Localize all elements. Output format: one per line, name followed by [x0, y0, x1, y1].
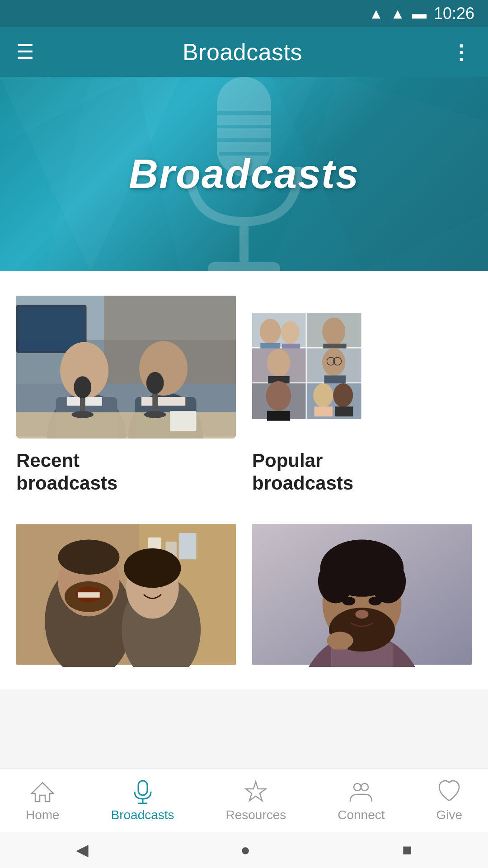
nav-label-give: Give	[436, 808, 462, 822]
svg-rect-58	[335, 406, 353, 416]
more-options-icon[interactable]: ⋮	[451, 41, 472, 64]
svg-rect-72	[78, 592, 100, 598]
main-content: Recent broadcasts	[0, 271, 488, 689]
card4-svg	[252, 522, 472, 667]
svg-point-28	[74, 376, 91, 398]
nav-label-resources: Resources	[226, 808, 286, 822]
home-icon	[30, 779, 55, 804]
svg-point-24	[139, 341, 188, 396]
svg-point-85	[342, 597, 355, 605]
svg-point-86	[369, 597, 382, 605]
popular-broadcasts-card[interactable]: Popular broadcasts	[252, 294, 472, 495]
card-3[interactable]	[16, 522, 236, 667]
svg-rect-89	[331, 636, 349, 649]
svg-point-43	[267, 349, 290, 377]
svg-point-37	[281, 321, 300, 344]
hero-title: Broadcasts	[129, 151, 359, 198]
svg-point-52	[266, 381, 291, 411]
popular-broadcasts-image	[252, 294, 472, 439]
svg-point-31	[146, 372, 164, 394]
svg-point-57	[333, 383, 353, 407]
svg-rect-7	[208, 262, 280, 271]
recent-broadcasts-image	[16, 294, 236, 439]
svg-point-82	[318, 559, 353, 603]
nav-item-connect[interactable]: Connect	[328, 772, 394, 830]
svg-point-75	[124, 548, 181, 588]
nav-label-broadcasts: Broadcasts	[111, 808, 174, 822]
card-4[interactable]	[252, 522, 472, 667]
svg-rect-53	[267, 411, 290, 421]
nav-item-home[interactable]: Home	[17, 772, 69, 830]
hero-banner: Broadcasts	[0, 77, 488, 271]
cards-grid-top: Recent broadcasts	[16, 294, 472, 495]
status-bar: ▲ ▲ ▬ 10:26	[0, 0, 488, 27]
recent-image-svg	[16, 294, 236, 439]
svg-point-83	[371, 559, 406, 603]
star-icon	[243, 779, 268, 804]
wifi-icon: ▲	[369, 5, 384, 22]
svg-point-94	[361, 783, 368, 791]
svg-rect-50	[324, 375, 346, 383]
app-bar-title: Broadcasts	[183, 38, 302, 66]
status-time: 10:26	[434, 4, 474, 23]
nav-label-home: Home	[26, 808, 60, 822]
back-button[interactable]: ◀	[76, 840, 89, 859]
status-icons: ▲ ▲ ▬ 10:26	[369, 4, 474, 23]
svg-rect-90	[138, 781, 147, 795]
svg-point-93	[354, 783, 361, 791]
svg-point-87	[355, 610, 368, 618]
svg-rect-64	[179, 533, 197, 559]
people-icon	[348, 779, 374, 804]
svg-point-29	[71, 411, 94, 418]
nav-item-resources[interactable]: Resources	[217, 772, 296, 830]
nav-label-connect: Connect	[338, 808, 385, 822]
svg-rect-56	[314, 406, 333, 416]
card-4-image	[252, 522, 472, 667]
svg-rect-25	[141, 397, 185, 406]
cards-grid-bottom	[16, 522, 472, 667]
nav-item-broadcasts[interactable]: Broadcasts	[102, 772, 183, 830]
svg-point-32	[144, 411, 166, 418]
svg-point-35	[260, 319, 281, 344]
card-3-image	[16, 522, 236, 667]
app-bar: ☰ Broadcasts ⋮	[0, 27, 488, 77]
mic-icon	[130, 779, 155, 804]
battery-icon: ▬	[412, 5, 427, 22]
popular-collage-svg	[252, 294, 361, 439]
system-nav-bar: ◀ ● ■	[0, 832, 488, 868]
signal-icon: ▲	[390, 5, 405, 22]
hamburger-menu-icon[interactable]: ☰	[16, 42, 34, 62]
svg-rect-17	[19, 307, 84, 351]
recent-broadcasts-card[interactable]: Recent broadcasts	[16, 294, 236, 495]
svg-point-40	[322, 317, 345, 345]
heart-icon	[436, 779, 462, 804]
popular-broadcasts-label: Popular broadcasts	[252, 449, 472, 495]
svg-rect-33	[170, 411, 196, 431]
svg-point-69	[58, 539, 119, 575]
svg-point-55	[313, 383, 333, 407]
home-button[interactable]: ●	[240, 840, 250, 859]
recent-broadcasts-label: Recent broadcasts	[16, 449, 236, 495]
card3-svg	[16, 522, 236, 667]
recents-button[interactable]: ■	[402, 840, 412, 859]
svg-rect-26	[16, 412, 236, 439]
nav-item-give[interactable]: Give	[427, 772, 471, 830]
bottom-nav: Home Broadcasts Resources Connect Give	[0, 769, 488, 832]
